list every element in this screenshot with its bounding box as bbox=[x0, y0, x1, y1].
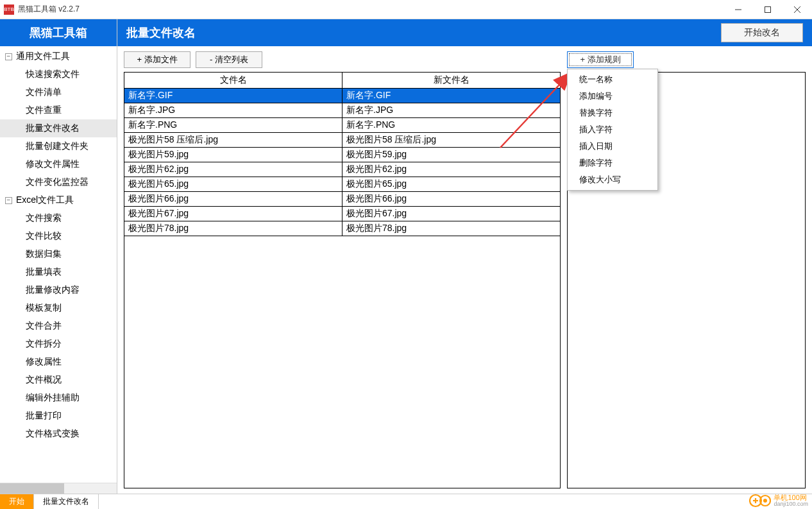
cell-filename: 新名字.PNG bbox=[124, 118, 343, 133]
window-title: 黑猫工具箱 v2.2.7 bbox=[18, 4, 80, 15]
svg-rect-1 bbox=[765, 6, 771, 12]
titlebar: BTB 黑猫工具箱 v2.2.7 bbox=[0, 0, 812, 19]
cell-filename: 极光图片59.jpg bbox=[124, 148, 343, 162]
bottom-tab[interactable]: 开始 bbox=[0, 494, 34, 509]
sidebar-header: 黑猫工具箱 bbox=[0, 19, 117, 46]
tree-item[interactable]: 批量文件改名 bbox=[0, 119, 117, 137]
tree-item[interactable]: 修改属性 bbox=[0, 353, 117, 371]
minimize-button[interactable] bbox=[723, 0, 753, 19]
cell-newname: 极光图片62.jpg bbox=[343, 162, 561, 177]
sidebar-scrollbar[interactable] bbox=[0, 483, 117, 494]
tree-item[interactable]: 文件查重 bbox=[0, 101, 117, 119]
watermark-icon bbox=[749, 494, 771, 508]
tree-item[interactable]: 快速搜索文件 bbox=[0, 65, 117, 83]
tree-item[interactable]: 文件清单 bbox=[0, 83, 117, 101]
bottom-tabs: 开始批量文件改名 bbox=[0, 494, 812, 509]
dropdown-item[interactable]: 统一名称 bbox=[568, 71, 657, 88]
tree-item[interactable]: 模板复制 bbox=[0, 299, 117, 317]
cell-newname: 极光图片59.jpg bbox=[343, 148, 561, 162]
tree-item[interactable]: 文件拆分 bbox=[0, 335, 117, 353]
tree-item[interactable]: 批量修改内容 bbox=[0, 281, 117, 299]
add-file-button[interactable]: + 添加文件 bbox=[124, 51, 190, 68]
table-row[interactable]: 极光图片58 压缩后.jpg极光图片58 压缩后.jpg bbox=[124, 133, 560, 148]
table-row[interactable]: 新名字.PNG新名字.PNG bbox=[124, 118, 560, 133]
cell-newname: 新名字.JPG bbox=[343, 103, 561, 118]
add-rule-button[interactable]: + 添加规则 bbox=[567, 51, 634, 68]
table-row[interactable]: 极光图片59.jpg极光图片59.jpg bbox=[124, 148, 560, 162]
maximize-button[interactable] bbox=[753, 0, 782, 19]
col-filename[interactable]: 文件名 bbox=[124, 73, 343, 89]
cell-filename: 极光图片65.jpg bbox=[124, 177, 343, 192]
tree-item[interactable]: 文件比较 bbox=[0, 227, 117, 245]
table-row[interactable]: 极光图片67.jpg极光图片67.jpg bbox=[124, 207, 560, 221]
dropdown-item[interactable]: 替换字符 bbox=[568, 105, 657, 121]
tree-item[interactable]: 文件概况 bbox=[0, 371, 117, 389]
cell-filename: 极光图片78.jpg bbox=[124, 221, 343, 236]
cell-filename: 新名字.JPG bbox=[124, 103, 343, 118]
tree-group[interactable]: −Excel文件工具 bbox=[0, 191, 117, 209]
rules-panel: + 添加规则 统一名称添加编号替换字符插入字符插入日期删除字符修改大小写 bbox=[567, 51, 806, 488]
tree-item[interactable]: 文件合并 bbox=[0, 317, 117, 335]
cell-newname: 极光图片58 压缩后.jpg bbox=[343, 133, 561, 148]
tree-item[interactable]: 文件变化监控器 bbox=[0, 173, 117, 191]
tree-item[interactable]: 数据归集 bbox=[0, 245, 117, 263]
cell-newname: 极光图片67.jpg bbox=[343, 207, 561, 221]
cell-newname: 新名字.GIF bbox=[343, 89, 561, 103]
col-newname[interactable]: 新文件名 bbox=[343, 73, 561, 89]
tree-item[interactable]: 批量填表 bbox=[0, 263, 117, 281]
cell-filename: 极光图片67.jpg bbox=[124, 207, 343, 221]
close-button[interactable] bbox=[782, 0, 812, 19]
tree-group-label: Excel文件工具 bbox=[16, 194, 74, 206]
cell-newname: 极光图片78.jpg bbox=[343, 221, 561, 236]
start-rename-button[interactable]: 开始改名 bbox=[721, 23, 803, 42]
cell-newname: 新名字.PNG bbox=[343, 118, 561, 133]
tree-item[interactable]: 编辑外挂辅助 bbox=[0, 389, 117, 407]
file-table[interactable]: 文件名 新文件名 新名字.GIF新名字.GIF新名字.JPG新名字.JPG新名字… bbox=[124, 73, 560, 236]
cell-newname: 极光图片66.jpg bbox=[343, 192, 561, 207]
watermark: 单机100网 danji100.com bbox=[749, 494, 808, 508]
page-title: 批量文件改名 bbox=[126, 25, 196, 40]
tree-group[interactable]: −通用文件工具 bbox=[0, 47, 117, 65]
dropdown-item[interactable]: 删除字符 bbox=[568, 155, 657, 171]
main-area: 批量文件改名 开始改名 + 添加文件 - 清空列表 文件名 新文件名 新名字.G… bbox=[117, 19, 812, 494]
dropdown-item[interactable]: 添加编号 bbox=[568, 88, 657, 105]
sidebar-tree[interactable]: −通用文件工具快速搜索文件文件清单文件查重批量文件改名批量创建文件夹修改文件属性… bbox=[0, 46, 117, 483]
sidebar: 黑猫工具箱 −通用文件工具快速搜索文件文件清单文件查重批量文件改名批量创建文件夹… bbox=[0, 19, 117, 494]
table-row[interactable]: 极光图片65.jpg极光图片65.jpg bbox=[124, 177, 560, 192]
tree-group-label: 通用文件工具 bbox=[16, 51, 70, 62]
cell-filename: 极光图片66.jpg bbox=[124, 192, 343, 207]
tree-item[interactable]: 文件搜索 bbox=[0, 209, 117, 227]
main-header: 批量文件改名 开始改名 bbox=[117, 19, 812, 46]
collapse-icon: − bbox=[5, 53, 12, 60]
dropdown-item[interactable]: 修改大小写 bbox=[568, 171, 657, 188]
table-row[interactable]: 极光图片66.jpg极光图片66.jpg bbox=[124, 192, 560, 207]
table-row[interactable]: 新名字.GIF新名字.GIF bbox=[124, 89, 560, 103]
tree-item[interactable]: 文件格式变换 bbox=[0, 425, 117, 443]
file-list-panel: + 添加文件 - 清空列表 文件名 新文件名 新名字.GIF新名字.GIF新名字… bbox=[124, 51, 561, 488]
rule-dropdown: 统一名称添加编号替换字符插入字符插入日期删除字符修改大小写 bbox=[567, 69, 658, 191]
tree-item[interactable]: 修改文件属性 bbox=[0, 155, 117, 173]
clear-list-button[interactable]: - 清空列表 bbox=[196, 51, 262, 68]
cell-filename: 极光图片58 压缩后.jpg bbox=[124, 133, 343, 148]
cell-newname: 极光图片65.jpg bbox=[343, 177, 561, 192]
dropdown-item[interactable]: 插入字符 bbox=[568, 121, 657, 138]
watermark-url: danji100.com bbox=[774, 501, 808, 508]
svg-point-10 bbox=[763, 499, 767, 503]
app-icon: BTB bbox=[4, 4, 14, 15]
tree-item[interactable]: 批量创建文件夹 bbox=[0, 137, 117, 155]
cell-filename: 新名字.GIF bbox=[124, 89, 343, 103]
table-row[interactable]: 极光图片78.jpg极光图片78.jpg bbox=[124, 221, 560, 236]
cell-filename: 极光图片62.jpg bbox=[124, 162, 343, 177]
bottom-tab[interactable]: 批量文件改名 bbox=[34, 494, 99, 509]
table-row[interactable]: 极光图片62.jpg极光图片62.jpg bbox=[124, 162, 560, 177]
table-row[interactable]: 新名字.JPG新名字.JPG bbox=[124, 103, 560, 118]
dropdown-item[interactable]: 插入日期 bbox=[568, 138, 657, 155]
collapse-icon: − bbox=[5, 197, 12, 204]
tree-item[interactable]: 批量打印 bbox=[0, 407, 117, 425]
